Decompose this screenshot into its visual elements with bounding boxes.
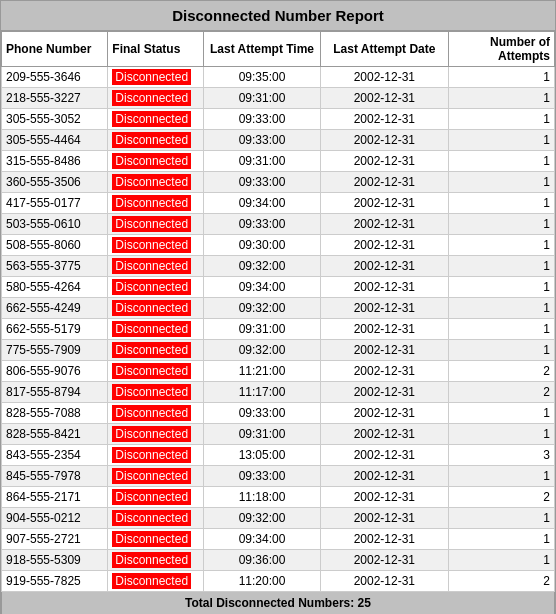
cell-status: Disconnected	[108, 193, 204, 214]
cell-time: 09:36:00	[204, 550, 321, 571]
status-badge: Disconnected	[112, 237, 191, 253]
cell-attempts: 1	[448, 550, 554, 571]
status-badge: Disconnected	[112, 384, 191, 400]
cell-phone: 907-555-2721	[2, 529, 108, 550]
table-row: 775-555-7909Disconnected09:32:002002-12-…	[2, 340, 555, 361]
cell-phone: 817-555-8794	[2, 382, 108, 403]
status-badge: Disconnected	[112, 510, 191, 526]
status-badge: Disconnected	[112, 300, 191, 316]
cell-attempts: 1	[448, 340, 554, 361]
status-badge: Disconnected	[112, 258, 191, 274]
status-badge: Disconnected	[112, 552, 191, 568]
status-badge: Disconnected	[112, 132, 191, 148]
cell-phone: 662-555-4249	[2, 298, 108, 319]
cell-time: 09:34:00	[204, 529, 321, 550]
cell-attempts: 1	[448, 424, 554, 445]
table-row: 662-555-4249Disconnected09:32:002002-12-…	[2, 298, 555, 319]
cell-attempts: 1	[448, 109, 554, 130]
cell-date: 2002-12-31	[321, 214, 449, 235]
table-row: 662-555-5179Disconnected09:31:002002-12-…	[2, 319, 555, 340]
cell-time: 09:32:00	[204, 508, 321, 529]
table-row: 918-555-5309Disconnected09:36:002002-12-…	[2, 550, 555, 571]
status-badge: Disconnected	[112, 216, 191, 232]
table-row: 864-555-2171Disconnected11:18:002002-12-…	[2, 487, 555, 508]
col-header-time: Last Attempt Time	[204, 32, 321, 67]
cell-attempts: 1	[448, 529, 554, 550]
cell-date: 2002-12-31	[321, 109, 449, 130]
table-row: 218-555-3227Disconnected09:31:002002-12-…	[2, 88, 555, 109]
cell-status: Disconnected	[108, 256, 204, 277]
status-badge: Disconnected	[112, 111, 191, 127]
status-badge: Disconnected	[112, 363, 191, 379]
cell-date: 2002-12-31	[321, 67, 449, 88]
table-row: 305-555-3052Disconnected09:33:002002-12-…	[2, 109, 555, 130]
cell-date: 2002-12-31	[321, 235, 449, 256]
cell-date: 2002-12-31	[321, 445, 449, 466]
cell-status: Disconnected	[108, 277, 204, 298]
cell-attempts: 3	[448, 445, 554, 466]
cell-date: 2002-12-31	[321, 340, 449, 361]
cell-attempts: 1	[448, 193, 554, 214]
cell-time: 09:31:00	[204, 151, 321, 172]
table-row: 315-555-8486Disconnected09:31:002002-12-…	[2, 151, 555, 172]
cell-phone: 919-555-7825	[2, 571, 108, 592]
cell-phone: 918-555-5309	[2, 550, 108, 571]
cell-time: 13:05:00	[204, 445, 321, 466]
cell-phone: 864-555-2171	[2, 487, 108, 508]
table-row: 828-555-7088Disconnected09:33:002002-12-…	[2, 403, 555, 424]
cell-phone: 305-555-3052	[2, 109, 108, 130]
cell-status: Disconnected	[108, 529, 204, 550]
col-header-date: Last Attempt Date	[321, 32, 449, 67]
cell-status: Disconnected	[108, 340, 204, 361]
cell-attempts: 1	[448, 256, 554, 277]
cell-phone: 828-555-8421	[2, 424, 108, 445]
status-badge: Disconnected	[112, 153, 191, 169]
cell-attempts: 1	[448, 88, 554, 109]
cell-status: Disconnected	[108, 319, 204, 340]
cell-time: 09:31:00	[204, 88, 321, 109]
table-row: 417-555-0177Disconnected09:34:002002-12-…	[2, 193, 555, 214]
cell-attempts: 1	[448, 130, 554, 151]
cell-date: 2002-12-31	[321, 361, 449, 382]
cell-attempts: 1	[448, 508, 554, 529]
table-row: 305-555-4464Disconnected09:33:002002-12-…	[2, 130, 555, 151]
cell-status: Disconnected	[108, 88, 204, 109]
table-row: 845-555-7978Disconnected09:33:002002-12-…	[2, 466, 555, 487]
col-header-phone: Phone Number	[2, 32, 108, 67]
cell-date: 2002-12-31	[321, 88, 449, 109]
cell-status: Disconnected	[108, 172, 204, 193]
status-badge: Disconnected	[112, 69, 191, 85]
col-header-attempts: Number of Attempts	[448, 32, 554, 67]
status-badge: Disconnected	[112, 405, 191, 421]
cell-attempts: 1	[448, 466, 554, 487]
cell-date: 2002-12-31	[321, 151, 449, 172]
cell-phone: 508-555-8060	[2, 235, 108, 256]
cell-time: 11:17:00	[204, 382, 321, 403]
cell-status: Disconnected	[108, 466, 204, 487]
cell-phone: 315-555-8486	[2, 151, 108, 172]
cell-phone: 828-555-7088	[2, 403, 108, 424]
status-badge: Disconnected	[112, 195, 191, 211]
cell-phone: 209-555-3646	[2, 67, 108, 88]
cell-phone: 580-555-4264	[2, 277, 108, 298]
table-row: 580-555-4264Disconnected09:34:002002-12-…	[2, 277, 555, 298]
cell-phone: 417-555-0177	[2, 193, 108, 214]
report-container: Disconnected Number Report Phone Number …	[0, 0, 556, 614]
cell-time: 09:33:00	[204, 214, 321, 235]
cell-date: 2002-12-31	[321, 571, 449, 592]
cell-time: 09:32:00	[204, 256, 321, 277]
cell-phone: 563-555-3775	[2, 256, 108, 277]
table-row: 563-555-3775Disconnected09:32:002002-12-…	[2, 256, 555, 277]
cell-phone: 845-555-7978	[2, 466, 108, 487]
cell-attempts: 1	[448, 214, 554, 235]
table-row: 503-555-0610Disconnected09:33:002002-12-…	[2, 214, 555, 235]
status-badge: Disconnected	[112, 90, 191, 106]
status-badge: Disconnected	[112, 573, 191, 589]
cell-attempts: 1	[448, 151, 554, 172]
status-badge: Disconnected	[112, 489, 191, 505]
cell-attempts: 1	[448, 235, 554, 256]
cell-phone: 775-555-7909	[2, 340, 108, 361]
status-badge: Disconnected	[112, 279, 191, 295]
cell-time: 11:18:00	[204, 487, 321, 508]
cell-status: Disconnected	[108, 67, 204, 88]
